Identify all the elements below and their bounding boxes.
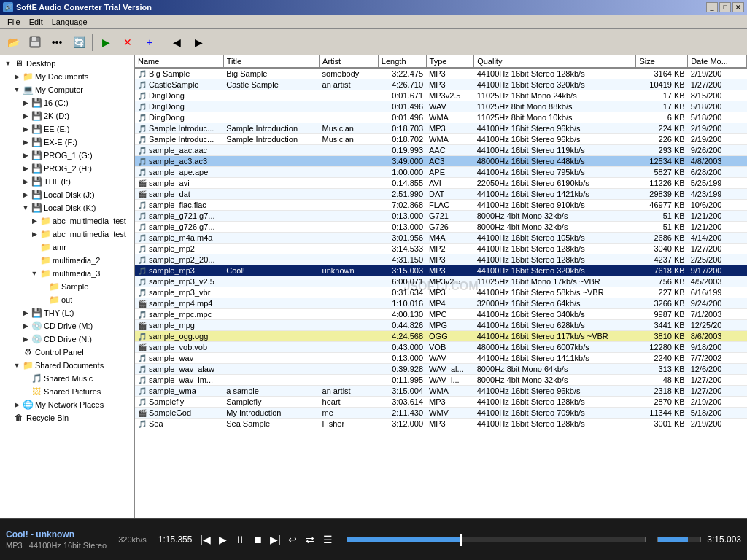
toolbar-convert-plus[interactable]: + (139, 32, 160, 52)
tree-toggle-desktop[interactable]: ▼ (3, 58, 13, 69)
table-row[interactable]: 🎵sample_wav0:13.000WAV44100Hz 16bit Ster… (135, 353, 747, 364)
tree-toggle-h-drive[interactable]: ▶ (20, 163, 31, 174)
toolbar-open[interactable]: 📂 (3, 32, 23, 52)
tree-item-d-drive[interactable]: ▶💾2K (D:) (1, 109, 133, 122)
tree-item-network-places[interactable]: ▶🌐My Network Places (1, 398, 133, 411)
tree-item-i-drive[interactable]: ▶💾THL (I:) (1, 175, 133, 188)
pause-button[interactable]: ⏸ (233, 532, 247, 547)
table-row[interactable]: 🎵Sample Introduc...Sample IntroductionMu… (135, 134, 747, 145)
tree-toggle-amr[interactable] (29, 242, 39, 252)
table-row[interactable]: 🎵DingDong0:01.671MP3v2.511025Hz 16bit Mo… (135, 90, 747, 101)
table-row[interactable]: 🎬sample_mp4.mp41:10.016MP432000Hz 16bit … (135, 298, 747, 309)
playlist-button[interactable]: ☰ (320, 532, 335, 547)
tree-toggle-m-drive[interactable]: ▶ (20, 321, 31, 331)
tree-toggle-out-folder[interactable] (38, 295, 48, 305)
tree-item-h-drive[interactable]: ▶💾PROG_2 (H:) (1, 162, 133, 175)
col-header-artist[interactable]: Artist (320, 55, 379, 68)
table-row[interactable]: 🎵sample_wav_alaw0:39.928WAV_al...8000Hz … (135, 364, 747, 375)
tree-toggle-recycle-bin[interactable] (3, 413, 13, 423)
tree-toggle-n-drive[interactable]: ▶ (20, 334, 31, 344)
col-header-title[interactable]: Title (223, 55, 319, 68)
table-row[interactable]: 🎵CastleSampleCastle Samplean artist4:26.… (135, 79, 747, 90)
menu-edit[interactable]: Edit (25, 16, 47, 28)
table-row[interactable]: 🎬sample_mpg0:44.826MPG44100Hz 16bit Ster… (135, 320, 747, 331)
tree-item-shared-pictures[interactable]: 🖼Shared Pictures (1, 385, 133, 398)
table-row[interactable]: 🎬sample_vob.vob0:43.000VOB48000Hz 16bit … (135, 342, 747, 353)
table-row[interactable]: 🎵sample_aac.aac0:19.993AAC44100Hz 16bit … (135, 145, 747, 156)
toolbar-arrow2[interactable]: ▶ (188, 32, 209, 52)
table-row[interactable]: 🎵sample_g721.g7...0:13.000G7218000Hz 4bi… (135, 211, 747, 222)
tree-toggle-c-drive[interactable]: ▶ (20, 98, 31, 108)
tree-toggle-network-places[interactable]: ▶ (12, 400, 22, 410)
tree-item-e-drive[interactable]: ▶💾EE (E:) (1, 122, 133, 136)
close-button[interactable]: ✕ (732, 2, 744, 12)
table-row[interactable]: 🎬sample_avi0:14.855AVI22050Hz 16bit Ster… (135, 178, 747, 189)
next-button[interactable]: ▶| (268, 532, 282, 547)
table-row[interactable]: 🎵sample_mp3_v2.56:00.071MP3v2.511025Hz 1… (135, 276, 747, 287)
menu-file[interactable]: File (3, 16, 25, 28)
tree-item-j-drive[interactable]: ▶💾Local Disk (J:) (1, 188, 133, 201)
tree-toggle-shared-pictures[interactable] (20, 386, 31, 397)
tree-item-abc1[interactable]: ▶📁abc_multimedia_test (1, 214, 133, 228)
table-row[interactable]: 🎵sample_mp3_vbr0:31.634MP344100Hz 16bit … (135, 287, 747, 298)
table-row[interactable]: 🎵SeaSea SampleFisher3:12.000MP344100Hz 1… (135, 419, 747, 429)
loop-button[interactable]: ↩ (285, 532, 300, 547)
tree-toggle-my-computer[interactable]: ▼ (12, 85, 22, 95)
col-header-quality[interactable]: Quality (474, 55, 636, 68)
table-row[interactable]: 🎵Big SampleBig Samplesomebody3:22.475MP3… (135, 68, 747, 79)
table-row[interactable]: 🎵sample_ogg.ogg4:24.568OGG44100Hz 16bit … (135, 331, 747, 342)
file-list-panel[interactable]: JSOFTJ.COM Name Title Artist Length Type… (135, 55, 747, 518)
stop-button[interactable]: ⏹ (250, 532, 265, 547)
toolbar-save[interactable] (25, 32, 45, 52)
tree-item-n-drive[interactable]: ▶💿CD Drive (N:) (1, 332, 133, 346)
tree-toggle-abc1[interactable]: ▶ (29, 216, 39, 226)
table-row[interactable]: 🎵DingDong0:01.496WAV11025Hz 8bit Mono 88… (135, 101, 747, 112)
toolbar-arrow1[interactable]: ◀ (166, 32, 187, 52)
tree-toggle-abc2[interactable]: ▶ (29, 229, 39, 239)
tree-item-my-documents[interactable]: ▶📁My Documents (1, 70, 133, 83)
toolbar-dots[interactable]: ••• (47, 32, 67, 52)
tree-toggle-f-drive[interactable]: ▶ (20, 137, 31, 147)
toolbar-convert-go[interactable]: ▶ (96, 32, 116, 52)
toolbar-refresh[interactable]: 🔄 (69, 32, 89, 52)
tree-item-c-drive[interactable]: ▶💾16 (C:) (1, 96, 133, 109)
tree-toggle-k-drive[interactable]: ▼ (20, 203, 31, 213)
tree-toggle-e-drive[interactable]: ▶ (20, 124, 31, 134)
table-row[interactable]: 🎵sample_mp3Cool!unknown3:15.003MP344100H… (135, 265, 747, 276)
col-header-size[interactable]: Size (636, 55, 688, 68)
tree-toggle-multimedia3[interactable]: ▼ (29, 268, 39, 279)
table-row[interactable]: 🎬SampleGodMy Introductionme2:11.430WMV44… (135, 408, 747, 419)
tree-toggle-i-drive[interactable]: ▶ (20, 176, 31, 187)
tree-item-control-panel[interactable]: ⚙Control Panel (1, 346, 133, 359)
tree-item-desktop[interactable]: ▼🖥Desktop (1, 57, 133, 70)
table-row[interactable]: 🎵sample_mpc.mpc4:00.130MPC44100Hz 16bit … (135, 309, 747, 320)
progress-slider[interactable] (460, 534, 462, 546)
progress-bar[interactable] (347, 537, 646, 542)
shuffle-button[interactable]: ⇄ (303, 532, 317, 547)
progress-section[interactable] (347, 537, 646, 542)
table-row[interactable]: 🎵sample_mp2_20...4:31.150MP344100Hz 16bi… (135, 254, 747, 265)
tree-item-multimedia2[interactable]: 📁multimedia_2 (1, 254, 133, 267)
maximize-button[interactable]: □ (719, 2, 731, 12)
col-header-type[interactable]: Type (426, 55, 474, 68)
tree-item-k-drive[interactable]: ▼💾Local Disk (K:) (1, 201, 133, 214)
volume-bar[interactable] (657, 537, 701, 542)
tree-item-abc2[interactable]: ▶📁abc_multimedia_test (1, 228, 133, 241)
table-row[interactable]: 🎵sample_m4a.m4a3:01.956M4A44100Hz 16bit … (135, 233, 747, 244)
tree-item-l-drive[interactable]: ▶💾THY (L:) (1, 306, 133, 319)
toolbar-convert-x[interactable]: ✕ (117, 32, 138, 52)
table-row[interactable]: 🎵sample_ac3.ac33:49.000AC348000Hz 16bit … (135, 156, 747, 167)
tree-toggle-shared-documents[interactable]: ▼ (12, 360, 22, 370)
table-row[interactable]: 🎵sample_flac.flac7:02.868FLAC44100Hz 16b… (135, 200, 747, 211)
tree-item-multimedia3[interactable]: ▼📁multimedia_3 (1, 267, 133, 280)
tree-toggle-j-drive[interactable]: ▶ (20, 190, 31, 200)
table-row[interactable]: 🎵SampleflySampleflyheart3:03.614MP344100… (135, 397, 747, 408)
table-row[interactable]: 🎵sample_wmaa samplean artist3:15.004WMA4… (135, 386, 747, 397)
tree-toggle-multimedia2[interactable] (29, 255, 39, 265)
table-row[interactable]: 🎬sample_dat2:51.990DAT44100Hz 16bit Ster… (135, 189, 747, 200)
tree-item-out-folder[interactable]: 📁out (1, 293, 133, 306)
minimize-button[interactable]: _ (706, 2, 718, 12)
prev-button[interactable]: |◀ (198, 532, 212, 547)
tree-item-f-drive[interactable]: ▶💾EX-E (F:) (1, 136, 133, 149)
table-row[interactable]: 🎵sample_ape.ape1:00.000APE44100Hz 16bit … (135, 167, 747, 178)
